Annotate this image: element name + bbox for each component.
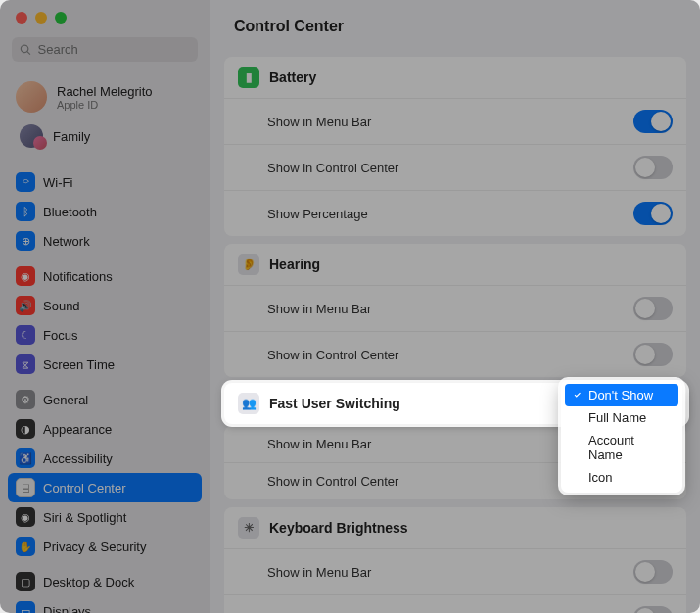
focus-icon: ☾	[16, 325, 35, 345]
sidebar-item-appearance[interactable]: ◑Appearance	[8, 414, 202, 444]
keyboard-brightness-group: ☀ Keyboard Brightness Show in Menu Bar S…	[224, 507, 686, 613]
wifi-icon: ⌔	[16, 172, 35, 192]
privacy-icon: ✋	[16, 537, 35, 556]
screentime-icon: ⧖	[16, 354, 35, 374]
sidebar-item-general[interactable]: ⚙General	[8, 385, 202, 414]
toggle[interactable]	[633, 156, 673, 179]
toggle[interactable]	[633, 560, 673, 584]
user-sub: Apple ID	[57, 99, 153, 111]
sidebar-item-wifi[interactable]: ⌔Wi-Fi	[8, 167, 202, 197]
zoom-icon[interactable]	[55, 12, 67, 24]
avatar	[16, 81, 47, 113]
sidebar-item-privacy[interactable]: ✋Privacy & Security	[8, 532, 202, 561]
kb-cc-row: Show in Control Center	[224, 594, 686, 613]
sidebar-item-control-center[interactable]: ⌸Control Center	[8, 473, 202, 502]
hearing-group: 👂 Hearing Show in Menu Bar Show in Contr…	[224, 244, 686, 377]
bell-icon: ◉	[16, 266, 35, 286]
user-switching-icon: 👥	[238, 393, 259, 414]
hearing-header: 👂 Hearing	[224, 244, 686, 285]
search-icon	[20, 43, 32, 57]
hearing-cc-row: Show in Control Center	[224, 331, 686, 377]
sidebar-item-desktop[interactable]: ▢Desktop & Dock	[8, 567, 202, 596]
sidebar: Rachel Melegrito Apple ID Family ⌔Wi-Fi …	[0, 0, 210, 613]
close-icon[interactable]	[16, 12, 27, 24]
family-label: Family	[53, 129, 90, 144]
dropdown-item-full-name[interactable]: Full Name	[565, 406, 678, 429]
sidebar-item-screen-time[interactable]: ⧖Screen Time	[8, 350, 202, 379]
sidebar-item-notifications[interactable]: ◉Notifications	[8, 261, 202, 291]
gear-icon: ⚙	[16, 390, 35, 409]
user-name: Rachel Melegrito	[57, 84, 153, 99]
family-row[interactable]: Family	[12, 118, 202, 162]
toggle[interactable]	[633, 110, 673, 133]
battery-icon: ▮	[238, 67, 259, 88]
apple-id-row[interactable]: Rachel Melegrito Apple ID	[8, 75, 202, 118]
battery-percentage-row: Show Percentage	[224, 190, 686, 236]
bluetooth-icon: ᛒ	[16, 202, 35, 221]
sidebar-item-network[interactable]: ⊕Network	[8, 226, 202, 256]
sidebar-item-siri[interactable]: ◉Siri & Spotlight	[8, 502, 202, 532]
battery-cc-row: Show in Control Center	[224, 144, 686, 190]
toggle[interactable]	[633, 202, 673, 225]
hearing-icon: 👂	[238, 254, 259, 275]
family-icon	[20, 124, 43, 148]
sidebar-item-focus[interactable]: ☾Focus	[8, 320, 202, 350]
desktop-icon: ▢	[16, 572, 35, 591]
hearing-menubar-row: Show in Menu Bar	[224, 285, 686, 331]
menubar-dropdown: Don't Show Full Name Account Name Icon	[561, 380, 682, 493]
battery-menubar-row: Show in Menu Bar	[224, 98, 686, 144]
sidebar-item-accessibility[interactable]: ♿Accessibility	[8, 444, 202, 473]
sidebar-item-displays[interactable]: ▭Displays	[8, 596, 202, 613]
toggle[interactable]	[633, 297, 673, 320]
sidebar-item-bluetooth[interactable]: ᛒBluetooth	[8, 197, 202, 226]
toggle[interactable]	[633, 606, 673, 613]
battery-group: ▮ Battery Show in Menu Bar Show in Contr…	[224, 57, 686, 236]
window-controls	[8, 10, 202, 37]
kb-header: ☀ Keyboard Brightness	[224, 507, 686, 548]
toggle[interactable]	[633, 343, 673, 366]
control-center-icon: ⌸	[16, 478, 35, 497]
dropdown-item-account-name[interactable]: Account Name	[565, 429, 678, 466]
dropdown-item-icon[interactable]: Icon	[565, 466, 678, 489]
siri-icon: ◉	[16, 507, 35, 527]
dropdown-item-dont-show[interactable]: Don't Show	[565, 384, 678, 406]
keyboard-brightness-icon: ☀	[238, 517, 259, 539]
displays-icon: ▭	[16, 601, 35, 613]
minimize-icon[interactable]	[35, 12, 47, 24]
sound-icon: 🔊	[16, 296, 35, 315]
sidebar-item-sound[interactable]: 🔊Sound	[8, 291, 202, 320]
accessibility-icon: ♿	[16, 448, 35, 468]
kb-menubar-row: Show in Menu Bar	[224, 548, 686, 594]
page-title: Control Center	[210, 0, 700, 49]
network-icon: ⊕	[16, 231, 35, 251]
main-panel: Control Center ▮ Battery Show in Menu Ba…	[210, 0, 700, 613]
search-input-wrap[interactable]	[12, 37, 198, 62]
appearance-icon: ◑	[16, 419, 35, 439]
battery-header: ▮ Battery	[224, 57, 686, 98]
search-input[interactable]	[38, 42, 190, 57]
